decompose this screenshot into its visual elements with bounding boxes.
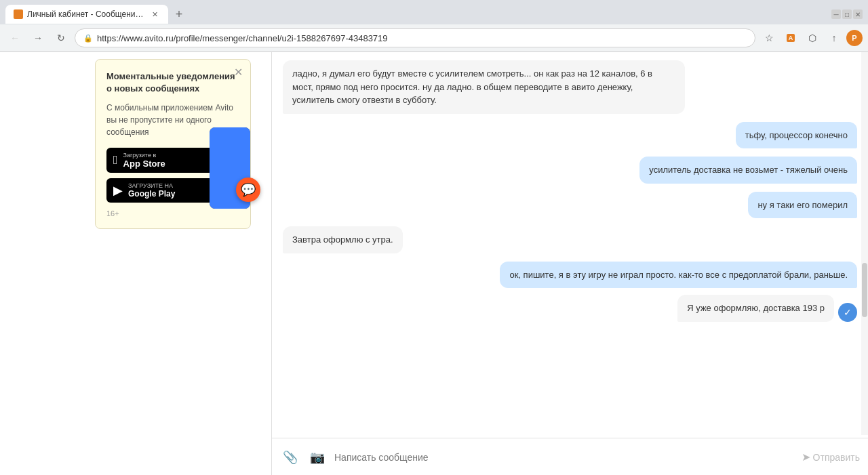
window-controls: ─ □ ✕ xyxy=(831,9,863,19)
page-content: ✕ Моментальные уведомления о новых сообщ… xyxy=(0,52,868,475)
new-tab-button[interactable]: + xyxy=(171,6,187,22)
app-store-main: App Store xyxy=(123,159,165,169)
message-text: Я уже оформляю, доставка 193 р xyxy=(687,303,825,313)
send-label: Отправить xyxy=(813,452,860,463)
phone-preview: 💬 xyxy=(210,127,257,215)
message-text: ок, пишите, я в эту игру не играл просто… xyxy=(509,270,848,280)
message-text: тьфу, процессор конечно xyxy=(745,130,848,140)
message-text: ладно, я думал его будут вместе с усилит… xyxy=(292,68,652,105)
incoming-message-bubble: Я уже оформляю, доставка 193 р xyxy=(677,295,834,322)
scrollbar-track[interactable] xyxy=(861,52,868,435)
nav-right-icons: ☆ A ⬡ ↑ P xyxy=(760,28,863,47)
profile-avatar[interactable]: P xyxy=(846,30,863,46)
google-play-main: Google Play xyxy=(128,189,175,199)
left-panel: ✕ Моментальные уведомления о новых сообщ… xyxy=(0,52,271,475)
bookmark-star-button[interactable]: ☆ xyxy=(760,28,778,47)
forward-button[interactable]: → xyxy=(28,28,47,47)
address-bar[interactable]: 🔒 https://www.avito.ru/profile/messenger… xyxy=(75,28,755,47)
message-text: ну я таки его померил xyxy=(757,200,848,210)
tab-bar: Личный кабинет - Сообщения - Ав... ✕ + ─… xyxy=(0,0,868,24)
message-row: ок, пишите, я в эту игру не играл просто… xyxy=(283,262,857,289)
maximize-button[interactable]: □ xyxy=(842,9,852,19)
extension3-button[interactable]: ↑ xyxy=(825,28,844,47)
chat-messages: ладно, я думал его будут вместе с усилит… xyxy=(272,52,868,438)
tab-title: Личный кабинет - Сообщения - Ав... xyxy=(27,9,145,19)
message-row: тьфу, процессор конечно xyxy=(283,122,857,149)
banner-close-button[interactable]: ✕ xyxy=(231,65,245,79)
phone-fab-icon: 💬 xyxy=(236,178,260,202)
google-play-sub: ЗАГРУЗИТЕ НА xyxy=(128,182,175,189)
outgoing-message-bubble: ок, пишите, я в эту игру не играл просто… xyxy=(500,262,857,289)
google-play-text: ЗАГРУЗИТЕ НА Google Play xyxy=(128,182,175,199)
tab-close-button[interactable]: ✕ xyxy=(149,9,160,20)
incoming-message-bubble: ладно, я думал его будут вместе с усилит… xyxy=(283,60,685,114)
app-store-text: Загрузите в App Store xyxy=(123,152,165,169)
send-button[interactable]: ➤ Отправить xyxy=(802,451,860,463)
active-tab[interactable]: Личный кабинет - Сообщения - Ав... ✕ xyxy=(5,5,168,24)
google-play-button[interactable]: ▶ ЗАГРУЗИТЕ НА Google Play xyxy=(106,178,215,203)
apple-icon:  xyxy=(113,153,118,167)
extension2-button[interactable]: ⬡ xyxy=(803,28,822,47)
google-play-icon: ▶ xyxy=(113,183,123,198)
extension1-button[interactable]: A xyxy=(781,28,800,47)
url-text: https://www.avito.ru/profile/messenger/c… xyxy=(97,33,747,43)
app-store-sub: Загрузите в xyxy=(123,152,165,159)
chat-input-area: 📎 📷 ➤ Отправить xyxy=(272,438,868,475)
message-text: усилитель доставка не возьмет - тяжелый … xyxy=(649,165,848,175)
svg-text:A: A xyxy=(789,35,793,41)
banner-title: Моментальные уведомления о новых сообщен… xyxy=(106,70,239,95)
outgoing-message-bubble: тьфу, процессор конечно xyxy=(736,122,857,149)
message-row: усилитель доставка не возьмет - тяжелый … xyxy=(283,157,857,184)
scrollbar-thumb[interactable] xyxy=(862,263,867,317)
app-store-button[interactable]:  Загрузите в App Store xyxy=(106,148,215,173)
lock-icon: 🔒 xyxy=(83,34,93,43)
incoming-message-bubble: Завтра оформлю с утра. xyxy=(283,226,403,253)
outgoing-message-bubble: ну я таки его померил xyxy=(748,192,857,219)
nav-bar: ← → ↻ 🔒 https://www.avito.ru/profile/mes… xyxy=(0,24,868,51)
notification-banner: ✕ Моментальные уведомления о новых сообщ… xyxy=(95,59,251,229)
back-button[interactable]: ← xyxy=(5,28,24,47)
message-input[interactable] xyxy=(334,452,795,463)
attach-file-button[interactable]: 📎 xyxy=(280,447,300,468)
message-row-with-check: Я уже оформляю, доставка 193 р ✓ xyxy=(283,295,857,322)
message-check-icon: ✓ xyxy=(838,303,857,322)
tab-favicon xyxy=(14,9,23,19)
outgoing-message-bubble: усилитель доставка не возьмет - тяжелый … xyxy=(639,157,857,184)
chat-area: ладно, я думал его будут вместе с усилит… xyxy=(271,52,868,475)
reload-button[interactable]: ↻ xyxy=(52,28,71,47)
attach-photo-button[interactable]: 📷 xyxy=(307,447,328,468)
send-icon: ➤ xyxy=(802,451,810,463)
message-row: Завтра оформлю с утра. xyxy=(283,226,857,253)
minimize-button[interactable]: ─ xyxy=(831,9,841,19)
message-row: ладно, я думал его будут вместе с усилит… xyxy=(283,60,857,114)
browser-chrome: Личный кабинет - Сообщения - Ав... ✕ + ─… xyxy=(0,0,868,52)
message-row: ну я таки его померил xyxy=(283,192,857,219)
message-text: Завтра оформлю с утра. xyxy=(292,234,393,245)
close-window-button[interactable]: ✕ xyxy=(853,9,863,19)
